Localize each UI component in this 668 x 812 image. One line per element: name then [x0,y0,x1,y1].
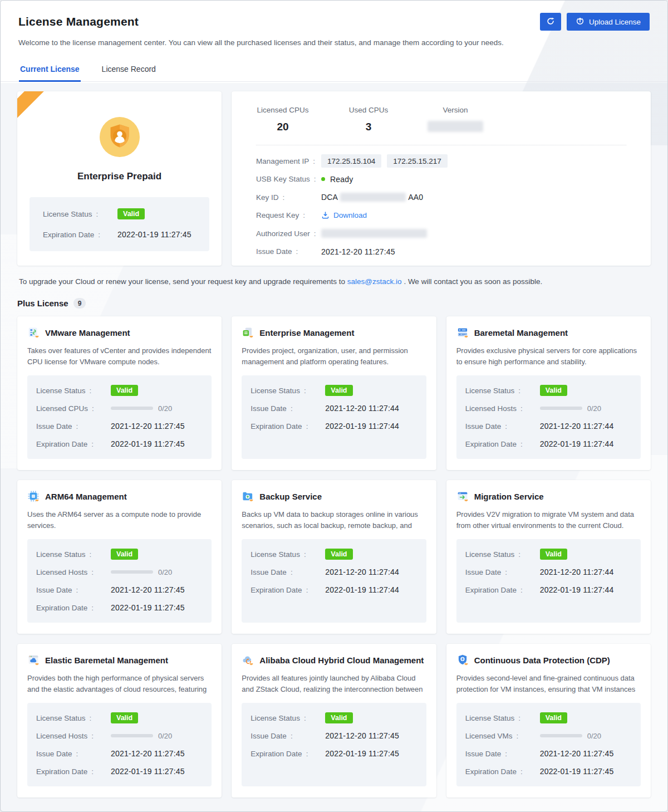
info-row: Expiration Date: 2022-01-19 11:27:44 [465,584,632,596]
main-content: Enterprise Prepaid License Status: Valid… [1,82,667,798]
license-status-row: License Status: Valid [250,548,417,560]
row-value: 2021-12-20 11:27:45 [325,731,399,740]
plus-card-title: VMware Management [45,328,130,337]
row-label: Expiration Date [465,440,517,448]
row-label: License Status [465,550,515,559]
usage-row: Licensed VMs: 0/20 [465,730,632,742]
license-management-page: License Management Upload License Welcom… [0,0,668,812]
tab-license-record[interactable]: License Record [101,60,157,82]
management-ip-chip: 172.25.15.217 [387,154,447,168]
plus-card-description: Takes over features of vCenter and provi… [27,345,212,368]
tab-current-license[interactable]: Current License [19,60,81,82]
baremetal-icon [456,326,469,339]
status-badge: Valid [111,549,138,560]
detail-value: 172.25.15.104172.25.15.217 [321,154,453,168]
plus-license-card-enterprise-management: Enterprise Management Provides project, … [232,316,436,470]
plus-card-title: Baremetal Management [474,328,568,337]
key-id-suffix: AA0 [408,193,423,202]
row-value: 2022-01-19 11:27:45 [111,439,185,448]
row-label: Issue Date [465,750,502,758]
detail-label: Management IP [256,157,309,165]
summary-stat: Version [428,106,483,135]
authorized-user-redacted [321,229,427,238]
usb-key-status-value: Ready [330,175,353,184]
row-label: License Status [36,550,86,559]
row-label: Issue Date [465,422,502,431]
status-badge: Valid [111,712,138,723]
plus-license-card-elastic-baremetal-management: Elastic Baremetal Management Provides bo… [17,644,222,798]
row-value: 2022-01-19 11:27:44 [540,439,614,448]
row-label: Licensed Hosts [36,732,87,740]
detail-label: Authorized User [256,229,310,238]
plus-card-title: Continuous Data Protection (CDP) [474,656,610,665]
upgrade-note: To upgrade your Cloud or renew your lice… [19,277,649,286]
stat-value: 20 [256,121,310,133]
migration-icon [456,490,469,502]
plus-card-description: Provides all features jointly launched b… [242,673,426,695]
row-value: 2022-01-19 11:27:44 [325,585,399,594]
plus-card-info-box: License Status: Valid Licensed Hosts: 0/… [456,375,641,459]
row-label: Expiration Date [465,767,517,776]
plus-card-title: Alibaba Cloud Hybrid Cloud Management [259,656,424,665]
info-row: Expiration Date: 2022-01-19 11:27:45 [36,438,203,450]
info-row: Expiration Date: 2022-01-19 11:27:44 [465,438,632,450]
plus-card-title: ARM64 Management [45,492,127,501]
license-status-row: License Status: Valid [36,548,203,560]
detail-label: Request Key [256,211,299,219]
page-title: License Management [18,15,139,28]
info-row: Issue Date: 2021-12-20 11:27:44 [465,566,632,578]
row-label: License Status [36,387,86,395]
usb-key-status-dot [321,177,325,181]
detail-label: Key ID [256,193,279,202]
stat-label: Version [428,106,483,114]
usage-progress-bar [111,407,153,410]
key-id-redacted [340,193,406,202]
plus-card-description: Uses the ARM64 server as a compute node … [27,509,212,531]
plus-license-card-vmware-management: VMware Management Takes over features of… [17,316,222,470]
plus-card-description: Backs up VM data to backup storages onli… [242,509,426,531]
usage-row: Licensed CPUs: 0/20 [36,402,203,414]
upload-license-label: Upload License [589,18,641,26]
management-ip-chip: 172.25.15.104 [321,154,381,168]
plus-card-title: Migration Service [474,492,544,501]
row-value: 2021-12-20 11:27:44 [540,568,614,576]
row-value: 2022-01-19 11:27:44 [540,585,614,594]
key-id-prefix: DCA [321,193,338,202]
status-badge: Valid [540,385,567,396]
refresh-button[interactable] [540,13,561,31]
plus-card-title: Elastic Baremetal Management [45,656,168,665]
plus-card-description: Provides second-level and fine-grained c… [456,673,641,695]
license-status-row: License Status: Valid [43,208,196,220]
sales-email-link[interactable]: sales@zstack.io [347,277,402,286]
version-redacted-value [428,121,483,132]
usage-progress-bar [540,734,582,737]
info-row: Expiration Date: 2022-01-19 11:27:45 [250,747,417,760]
row-value: 2022-01-19 11:27:45 [117,230,191,239]
download-request-key-link[interactable]: Download [333,211,367,219]
stat-label: Used CPUs [342,106,395,114]
upload-license-button[interactable]: Upload License [567,13,650,31]
plus-license-header: Plus License 9 [17,298,651,309]
stat-value [428,121,483,135]
detail-label: USB Key Status [256,175,310,183]
info-row: Expiration Date: 2022-01-19 11:27:45 [43,228,196,241]
status-badge: Valid [117,208,145,219]
plus-card-description: Provides project, organization, user, an… [242,345,426,368]
usage-progress-bar [111,734,153,737]
row-value: 2021-12-20 11:27:44 [325,568,399,576]
row-value: 2021-12-20 11:27:45 [111,749,185,758]
plus-license-card-migration-service: Migration Service Provides V2V migration… [446,480,651,634]
usage-ratio: 0/20 [587,732,601,740]
current-license-section: Enterprise Prepaid License Status: Valid… [17,91,651,266]
usage-row: Licensed Hosts: 0/20 [36,730,203,742]
row-label: Issue Date [250,732,287,740]
usage-row: Licensed Hosts: 0/20 [36,566,203,578]
info-row: Expiration Date: 2022-01-19 11:27:45 [36,601,203,614]
status-badge: Valid [540,549,567,560]
row-value: 2021-12-20 11:27:45 [540,749,614,758]
refresh-icon [546,17,555,27]
info-row: Expiration Date: 2022-01-19 11:27:45 [36,765,203,777]
row-label: Issue Date [36,422,72,431]
detail-row: USB Key Status: Ready [256,170,626,189]
row-label: License Status [250,714,300,722]
